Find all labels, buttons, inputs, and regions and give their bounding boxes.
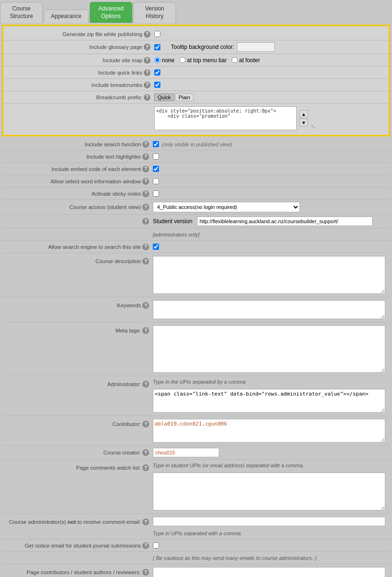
content-include-breadcrumbs [154, 82, 385, 88]
input-course-creator[interactable] [153, 448, 219, 457]
textarea-page-comments[interactable] [153, 473, 385, 511]
help-generate-zip[interactable]: ? [144, 31, 150, 38]
input-course-admin-email[interactable] [153, 517, 385, 526]
content-student-version: Student version [153, 217, 386, 226]
tab-advanced-options[interactable]: AdvancedOptions [90, 2, 132, 23]
checkbox-include-search[interactable] [153, 141, 159, 147]
help-get-notice-email[interactable]: ? [142, 542, 149, 549]
row-allow-search-engine: Allow search engine to search this site … [2, 241, 390, 253]
textarea-keywords[interactable] [153, 300, 385, 319]
checkbox-allow-word-info[interactable] [153, 178, 159, 184]
label-course-description: Course description ? [6, 256, 153, 265]
help-include-search[interactable]: ? [142, 141, 149, 148]
help-keywords[interactable]: ? [142, 302, 149, 309]
help-activate-sticky[interactable]: ? [142, 190, 149, 197]
select-course-access[interactable]: 4_Public access(no login required) 1_Pri… [153, 202, 300, 212]
help-allow-word-info[interactable]: ? [142, 178, 149, 185]
code-scroll-up[interactable]: ▲ [299, 110, 308, 118]
label-include-text-highlighter: Include text highlighter ? [6, 153, 153, 160]
row-contributor: Contributor: ? abla019,cdon021,cgun006 [2, 416, 390, 446]
label-administrator: Administrator: ? [6, 379, 153, 388]
breadcrumb-style-buttons: Quick Plain [154, 94, 194, 101]
row-caution-note: ( Be cautious as this may send many emai… [2, 552, 390, 564]
content-keywords [153, 300, 386, 319]
textarea-course-description[interactable] [153, 256, 385, 294]
checkbox-get-notice-email[interactable] [153, 542, 159, 549]
row-admin-only: [administrators only] [2, 228, 390, 241]
radio-sitemap-top-input[interactable] [179, 57, 186, 63]
highlighted-section: Generate zip file while publishing ? Inc… [2, 25, 390, 136]
checkbox-include-text-highlighter[interactable] [153, 153, 159, 160]
help-allow-search-engine[interactable]: ? [142, 244, 149, 250]
help-include-glossary[interactable]: ? [144, 44, 150, 50]
label-course-admin-email: Course administrator(s) not to receive c… [6, 517, 153, 525]
row-include-text-highlighter: Include text highlighter ? [2, 151, 390, 163]
textarea-meta-tags[interactable] [153, 325, 385, 373]
radio-sitemap-footer[interactable]: at footer [232, 57, 260, 64]
content-caution-note: ( Be cautious as this may send many emai… [153, 555, 386, 561]
content-include-embed-code [153, 166, 386, 172]
not-text: not [67, 519, 76, 525]
checkbox-allow-search-engine[interactable] [153, 244, 159, 250]
help-page-comments[interactable]: ? [142, 464, 149, 471]
content-breadcrumb-prefix: Quick Plain [154, 94, 385, 101]
checkbox-include-glossary[interactable] [154, 44, 160, 50]
radio-sitemap-top[interactable]: at top menu bar [179, 57, 227, 64]
help-contributor[interactable]: ? [142, 421, 149, 427]
help-course-admin-email[interactable]: ? [142, 519, 149, 525]
checkbox-include-quicklinks[interactable] [154, 69, 160, 76]
row-activate-sticky: Activate sticky notes ? [2, 188, 390, 200]
checkbox-activate-sticky[interactable] [153, 190, 159, 197]
tab-bar: CourseStructure Appearance AdvancedOptio… [0, 0, 392, 23]
radio-sitemap-footer-input[interactable] [232, 57, 238, 63]
textarea-administrator[interactable]: <span class="link-text" data-bind="rows.… [153, 389, 385, 413]
textarea-contributor[interactable]: abla019,cdon021,cgun006 [153, 419, 385, 443]
label-allow-search-engine: Allow search engine to search this site … [6, 244, 153, 250]
breadcrumb-code-textarea[interactable]: <div style="position:absolute; right:0px… [154, 106, 297, 130]
content-page-contributors [153, 567, 386, 577]
breadcrumb-btn-quick[interactable]: Quick [154, 94, 174, 101]
help-meta-tags[interactable]: ? [142, 327, 149, 334]
help-administrator[interactable]: ? [142, 381, 149, 388]
row-include-search: Include search function ? (only visible … [2, 138, 390, 151]
help-include-breadcrumbs[interactable]: ? [144, 82, 150, 88]
help-course-description[interactable]: ? [142, 258, 149, 265]
label-course-creator: Course creator: ? [6, 449, 153, 456]
help-include-text-highlighter[interactable]: ? [142, 153, 149, 160]
row-course-admin-email: Course administrator(s) not to receive c… [2, 514, 390, 539]
help-include-embed-code[interactable]: ? [142, 166, 149, 172]
label-get-notice-email: Get notice email for student journal sub… [6, 542, 153, 549]
help-course-access[interactable]: ? [142, 204, 149, 210]
tab-appearance[interactable]: Appearance [44, 9, 89, 23]
radio-sitemap-none-input[interactable] [154, 57, 160, 63]
checkbox-generate-zip[interactable] [154, 31, 160, 37]
help-course-creator[interactable]: ? [142, 449, 149, 456]
content-allow-word-info [153, 178, 386, 184]
help-breadcrumb-prefix[interactable]: ? [144, 94, 150, 101]
content-administrator: Type in the UPIs separated by a comma <s… [153, 379, 386, 413]
textarea-page-contributors[interactable] [153, 567, 385, 577]
radio-sitemap-none[interactable]: none [154, 57, 175, 64]
help-student-version[interactable]: ? [142, 218, 149, 225]
help-include-sitemap[interactable]: ? [144, 57, 150, 64]
help-page-contributors[interactable]: ? [142, 569, 149, 576]
label-page-comments: Page comments watch list: ? [6, 463, 153, 471]
breadcrumb-btn-plain[interactable]: Plain [175, 94, 193, 101]
help-include-quicklinks[interactable]: ? [144, 69, 150, 76]
tab-version-history[interactable]: VersionHistory [133, 2, 176, 23]
row-include-glossary: Include glossary page ? Tooltip backgrou… [3, 40, 389, 54]
code-resize-handle[interactable]: ⤡ [311, 123, 316, 130]
content-admin-only: [administrators only] [153, 232, 386, 237]
content-include-quicklinks [154, 69, 385, 76]
label-course-access: Course access (student view) ? [6, 204, 153, 210]
tooltip-color-box[interactable] [237, 42, 275, 52]
tab-course-structure[interactable]: CourseStructure [0, 2, 43, 23]
content-include-text-highlighter [153, 153, 386, 160]
row-page-contributors: Page contributors / student authors / re… [2, 564, 390, 577]
label-include-search: Include search function ? [6, 141, 153, 148]
student-version-url-input[interactable] [197, 217, 373, 226]
code-scroll-down[interactable]: ▼ [299, 119, 308, 126]
checkbox-include-breadcrumbs[interactable] [154, 82, 160, 88]
checkbox-include-embed-code[interactable] [153, 166, 159, 172]
row-get-notice-email: Get notice email for student journal sub… [2, 539, 390, 552]
